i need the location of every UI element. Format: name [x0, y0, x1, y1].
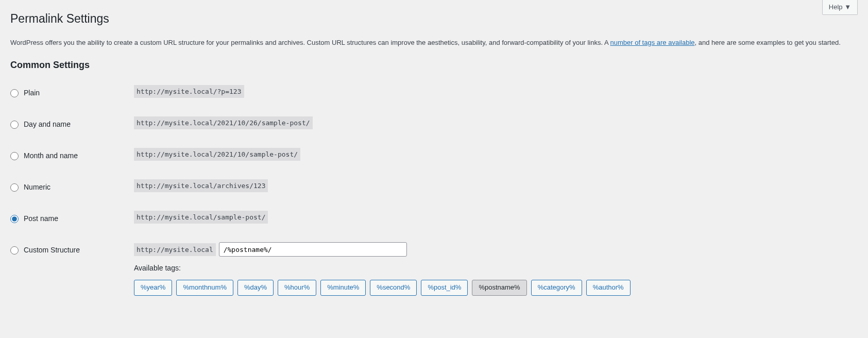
label-plain: Plain — [24, 88, 40, 98]
tag-button-day[interactable]: %day% — [237, 280, 274, 296]
example-post-name: http://mysite.local/sample-post/ — [134, 211, 268, 224]
tag-button-year[interactable]: %year% — [134, 280, 172, 296]
tag-button-monthnum[interactable]: %monthnum% — [176, 280, 233, 296]
tag-button-second[interactable]: %second% — [370, 280, 417, 296]
tag-button-category[interactable]: %category% — [531, 280, 582, 296]
radio-plain[interactable] — [10, 89, 19, 97]
intro-before: WordPress offers you the ability to crea… — [10, 39, 610, 46]
label-post-name: Post name — [24, 213, 58, 224]
tag-buttons-container: %year%%monthnum%%day%%hour%%minute%%seco… — [134, 280, 853, 296]
label-numeric: Numeric — [24, 182, 50, 193]
radio-post-name[interactable] — [10, 215, 19, 223]
radio-month-name[interactable] — [10, 152, 19, 160]
option-post-name[interactable]: Post name — [10, 213, 124, 224]
page-title: Permalink Settings — [10, 5, 858, 30]
common-settings-heading: Common Settings — [10, 58, 858, 72]
example-day-name: http://mysite.local/2021/10/26/sample-po… — [134, 116, 313, 129]
option-plain[interactable]: Plain — [10, 88, 124, 98]
tag-button-minute[interactable]: %minute% — [320, 280, 366, 296]
label-month-name: Month and name — [24, 150, 78, 161]
label-custom: Custom Structure — [24, 245, 80, 256]
option-custom[interactable]: Custom Structure — [10, 245, 124, 256]
intro-after: , and here are some examples to get you … — [695, 39, 841, 46]
option-day-name[interactable]: Day and name — [10, 119, 124, 130]
example-plain: http://mysite.local/?p=123 — [134, 85, 244, 98]
custom-structure-input[interactable] — [219, 242, 407, 257]
option-month-name[interactable]: Month and name — [10, 150, 124, 161]
radio-numeric[interactable] — [10, 183, 19, 192]
intro-text: WordPress offers you the ability to crea… — [10, 38, 858, 48]
label-day-name: Day and name — [24, 119, 71, 130]
tag-button-author[interactable]: %author% — [586, 280, 631, 296]
tags-available-link[interactable]: number of tags are available — [610, 39, 694, 46]
custom-base-url: http://mysite.local — [134, 243, 216, 256]
help-tab[interactable]: Help ▼ — [822, 0, 858, 15]
available-tags-label: Available tags: — [134, 263, 853, 274]
option-numeric[interactable]: Numeric — [10, 182, 124, 193]
tag-button-hour[interactable]: %hour% — [278, 280, 316, 296]
tag-button-postname[interactable]: %postname% — [472, 280, 526, 296]
tag-button-post_id[interactable]: %post_id% — [421, 280, 468, 296]
radio-day-name[interactable] — [10, 121, 19, 129]
example-numeric: http://mysite.local/archives/123 — [134, 179, 268, 192]
radio-custom[interactable] — [10, 246, 19, 255]
example-month-name: http://mysite.local/2021/10/sample-post/ — [134, 148, 300, 161]
